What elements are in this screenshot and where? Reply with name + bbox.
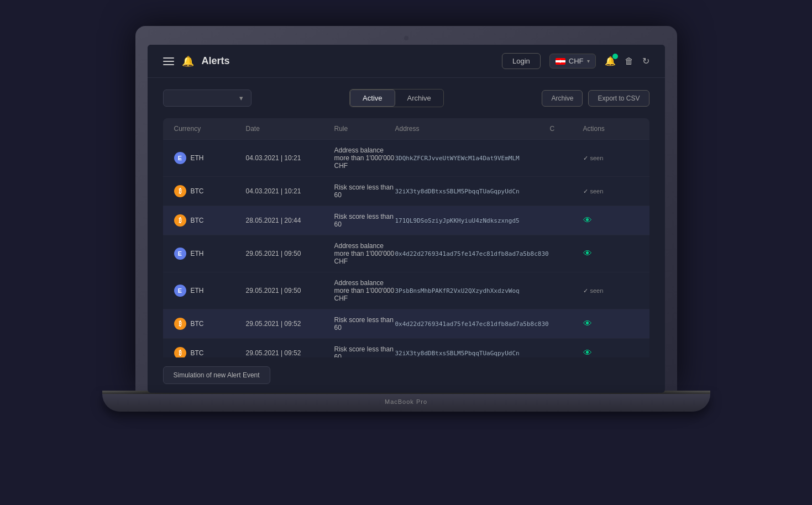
action-cell[interactable]: ✓ seen — [583, 287, 638, 294]
address-cell: 0x4d22d2769341ad75fe147ec81dfb8ad7a5b8c8… — [395, 320, 550, 328]
col-currency: Currency — [174, 125, 246, 133]
content-area: ▾ Active Archive Archive Export to CSV — [148, 78, 665, 357]
export-csv-button[interactable]: Export to CSV — [588, 90, 649, 107]
rule-cell: Risk score less than 60 — [334, 345, 395, 357]
eye-icon[interactable]: 👁 — [583, 249, 592, 258]
col-date: Date — [246, 125, 334, 133]
address-cell: 171QL9DSoSziyJpKKHyiuU4zNdkszxngd5 — [395, 217, 550, 224]
eth-icon: E — [174, 152, 186, 164]
date-cell: 29.05.2021 | 09:52 — [246, 320, 334, 328]
btc-icon: ₿ — [174, 214, 186, 227]
col-rule: Rule — [334, 125, 395, 133]
date-cell: 28.05.2021 | 20:44 — [246, 217, 334, 224]
btc-icon: ₿ — [174, 185, 186, 197]
table-body: E ETH 04.03.2021 | 10:21 Address balance… — [163, 140, 649, 357]
chevron-down-icon: ▾ — [587, 58, 590, 64]
eye-icon[interactable]: 👁 — [583, 319, 592, 328]
page-title: Alerts — [202, 55, 230, 67]
action-cell[interactable]: ✓ seen — [583, 155, 638, 162]
action-cell[interactable]: ✓ seen — [583, 188, 638, 195]
eye-icon[interactable]: 👁 — [583, 215, 592, 225]
eth-icon: E — [174, 285, 186, 297]
laptop-base — [102, 394, 710, 412]
currency-cell: ₿ BTC — [174, 185, 246, 197]
date-cell: 29.05.2021 | 09:50 — [246, 250, 334, 257]
laptop-screen: 🔔 Alerts Login CHF ▾ 🔔 — [148, 45, 665, 393]
coin-name: BTC — [191, 320, 204, 328]
bottom-bar: Simulation of new Alert Event — [148, 357, 665, 393]
col-address: Address — [395, 125, 550, 133]
coin-name: ETH — [191, 287, 204, 294]
archive-button[interactable]: Archive — [542, 90, 583, 107]
table-row[interactable]: E ETH 04.03.2021 | 10:21 Address balance… — [163, 140, 649, 177]
table-row[interactable]: E ETH 29.05.2021 | 09:50 Address balance… — [163, 272, 649, 309]
notification-icon[interactable]: 🔔 — [605, 56, 616, 66]
coin-name: BTC — [191, 187, 204, 195]
table-row[interactable]: ₿ BTC 29.05.2021 | 09:52 Risk score less… — [163, 339, 649, 357]
laptop-screen-outer: 🔔 Alerts Login CHF ▾ 🔔 — [135, 26, 677, 391]
tab-archive[interactable]: Archive — [395, 90, 443, 107]
seen-label: ✓ seen — [583, 188, 638, 195]
simulate-button[interactable]: Simulation of new Alert Event — [163, 366, 270, 384]
table-row[interactable]: ₿ BTC 29.05.2021 | 09:52 Risk score less… — [163, 309, 649, 339]
rule-cell: Risk score less than 60 — [334, 183, 395, 199]
eye-icon[interactable]: 👁 — [583, 348, 592, 357]
table-row[interactable]: ₿ BTC 28.05.2021 | 20:44 Risk score less… — [163, 206, 649, 235]
coin-name: BTC — [191, 349, 204, 357]
laptop-wrapper: 🔔 Alerts Login CHF ▾ 🔔 — [102, 26, 710, 479]
flag-icon — [556, 58, 565, 65]
seen-label: ✓ seen — [583, 155, 638, 162]
rule-cell: Risk score less than 60 — [334, 213, 395, 228]
currency-label: CHF — [569, 57, 584, 65]
header-right: Login CHF ▾ 🔔 🗑 ↻ — [502, 53, 649, 69]
bell-icon[interactable]: 🔔 — [182, 55, 194, 67]
action-cell[interactable]: 👁 — [583, 348, 638, 357]
date-cell: 29.05.2021 | 09:52 — [246, 349, 334, 357]
app: 🔔 Alerts Login CHF ▾ 🔔 — [148, 45, 665, 393]
toolbar-actions: Archive Export to CSV — [542, 90, 649, 107]
address-cell: 32iX3ty8dDBtxsSBLM5PbqqTUaGqpyUdCn — [395, 188, 550, 195]
date-cell: 04.03.2021 | 10:21 — [246, 154, 334, 162]
action-cell[interactable]: 👁 — [583, 249, 638, 259]
login-button[interactable]: Login — [502, 53, 541, 69]
date-cell: 29.05.2021 | 09:50 — [246, 287, 334, 294]
rule-cell: Address balance more than 1'000'000 CHF — [334, 146, 395, 170]
header-left: 🔔 Alerts — [163, 55, 230, 67]
header: 🔔 Alerts Login CHF ▾ 🔔 — [148, 45, 665, 78]
table-row[interactable]: ₿ BTC 04.03.2021 | 10:21 Risk score less… — [163, 177, 649, 206]
address-cell: 3PsbBnsMhbPAKfR2VxU2QXzydhXxdzvWoq — [395, 287, 550, 294]
currency-cell: E ETH — [174, 248, 246, 260]
currency-cell: ₿ BTC — [174, 214, 246, 227]
laptop-camera — [404, 36, 408, 40]
toolbar: ▾ Active Archive Archive Export to CSV — [163, 89, 649, 107]
trash-icon[interactable]: 🗑 — [625, 56, 633, 66]
address-cell: 0x4d22d2769341ad75fe147ec81dfb8ad7a5b8c8… — [395, 250, 550, 257]
table-header: Currency Date Rule Address C Actions — [163, 118, 649, 140]
currency-selector[interactable]: CHF ▾ — [549, 54, 596, 69]
rule-cell: Address balance more than 1'000'000 CHF — [334, 279, 395, 302]
date-cell: 04.03.2021 | 10:21 — [246, 187, 334, 195]
address-cell: 32iX3ty8dDBtxsSBLM5PbqqTUaGqpyUdCn — [395, 350, 550, 357]
currency-cell: ₿ BTC — [174, 318, 246, 330]
alerts-table: Currency Date Rule Address C Actions E E… — [163, 118, 649, 357]
coin-name: ETH — [191, 154, 204, 162]
col-actions: Actions — [583, 125, 638, 133]
currency-cell: ₿ BTC — [174, 347, 246, 357]
seen-label: ✓ seen — [583, 287, 638, 294]
btc-icon: ₿ — [174, 318, 186, 330]
refresh-icon[interactable]: ↻ — [642, 56, 649, 66]
coin-name: ETH — [191, 250, 204, 257]
currency-cell: E ETH — [174, 152, 246, 164]
notification-badge — [612, 54, 618, 59]
tabs-container: Active Archive — [349, 89, 444, 107]
rule-cell: Risk score less than 60 — [334, 316, 395, 332]
filter-dropdown[interactable]: ▾ — [163, 90, 252, 107]
action-cell[interactable]: 👁 — [583, 215, 638, 225]
tab-active[interactable]: Active — [350, 90, 395, 107]
action-cell[interactable]: 👁 — [583, 319, 638, 329]
rule-cell: Address balance more than 1'000'000 CHF — [334, 242, 395, 265]
address-cell: 3DQhkZFCRJvveUtWYEWcM1a4Dat9VEmMLM — [395, 155, 550, 162]
eth-icon: E — [174, 248, 186, 260]
hamburger-menu-icon[interactable] — [163, 57, 174, 65]
table-row[interactable]: E ETH 29.05.2021 | 09:50 Address balance… — [163, 235, 649, 272]
